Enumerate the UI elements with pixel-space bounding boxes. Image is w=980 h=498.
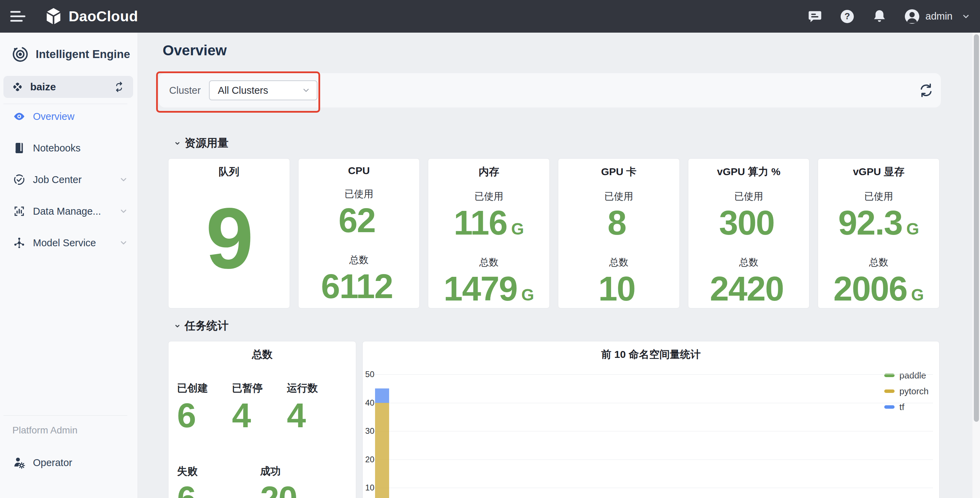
scrollbar-thumb[interactable]	[974, 34, 979, 422]
data-management-icon	[13, 205, 25, 217]
used-label: 已使用	[864, 190, 893, 203]
cluster-select[interactable]: All Clusters	[209, 80, 317, 100]
workspace-gem-icon	[12, 81, 23, 93]
used-label: 已使用	[734, 190, 763, 203]
unit: G	[906, 221, 919, 238]
resource-cards-row: 队列 9 CPU 已使用 62 总数 6112 内存 已使用 116G 总数 1…	[168, 158, 940, 308]
task-stat-paused: 已暂停 4	[232, 381, 287, 433]
daocloud-cube-icon	[44, 7, 63, 26]
resource-card-memory: 内存 已使用 116G 总数 1479G	[428, 158, 550, 308]
bar-segment-tf	[375, 388, 389, 402]
legend-item-paddle[interactable]: paddle	[884, 371, 929, 380]
used-value: 300	[719, 205, 779, 240]
workspace-switcher[interactable]: baize	[3, 76, 133, 98]
gridline	[374, 374, 933, 375]
username[interactable]: admin	[926, 11, 953, 22]
legend-item-tf[interactable]: tf	[884, 402, 929, 412]
card-title: GPU 卡	[601, 165, 636, 179]
legend-label: paddle	[899, 370, 926, 381]
page-title: Overview	[163, 42, 227, 59]
workspace-name: baize	[30, 81, 56, 93]
sidebar-item-notebooks[interactable]: Notebooks	[0, 132, 138, 164]
y-axis-tick-label: 40	[362, 398, 374, 408]
brand[interactable]: DaoCloud	[44, 7, 138, 26]
task-stat-created: 已创建 6	[177, 381, 232, 433]
y-axis-tick-label: 20	[362, 454, 374, 464]
section-title: 资源用量	[185, 136, 229, 151]
topbar-actions: ? admin	[790, 9, 970, 24]
sidebar-item-label: Model Service	[33, 237, 96, 249]
legend-swatch-icon	[884, 405, 894, 409]
gridline	[374, 488, 933, 488]
section-tasks-header[interactable]: 任务统计	[173, 318, 229, 334]
sidebar-item-overview[interactable]: Overview	[0, 101, 138, 132]
sidebar: Intelligent Engine baize Overview	[0, 33, 138, 498]
card-title: vGPU 算力 %	[717, 165, 781, 179]
operator-icon	[13, 456, 25, 469]
brand-name: DaoCloud	[68, 8, 138, 25]
used-value: 8	[608, 205, 630, 240]
notebook-icon	[13, 142, 25, 154]
refresh-icon[interactable]	[918, 82, 934, 98]
help-icon[interactable]: ?	[840, 9, 855, 24]
notification-bell-icon[interactable]	[872, 9, 887, 24]
used-value: 62	[338, 203, 379, 238]
queue-value: 9	[206, 179, 252, 308]
legend-label: tf	[899, 402, 904, 412]
sidebar-item-label: Overview	[33, 111, 75, 122]
task-stat-running: 运行数 4	[287, 381, 342, 433]
legend-swatch-icon	[884, 389, 894, 393]
product-header: Intelligent Engine	[12, 46, 138, 63]
gridline	[374, 403, 933, 403]
sidebar-item-label: Operator	[33, 457, 72, 468]
y-axis-tick-label: 30	[362, 426, 374, 436]
unit: G	[521, 287, 534, 303]
unit: G	[911, 287, 924, 303]
section-resources-header[interactable]: 资源用量	[173, 136, 229, 151]
chevron-down-icon[interactable]	[119, 175, 128, 184]
platform-admin-label: Platform Admin	[12, 425, 78, 436]
gridline	[374, 460, 933, 460]
used-value: 92.3G	[838, 205, 919, 240]
sidebar-item-data-management[interactable]: Data Manage...	[0, 195, 138, 227]
svg-text:?: ?	[845, 11, 850, 21]
sidebar-item-job-center[interactable]: Job Center	[0, 164, 138, 195]
job-center-icon	[13, 174, 25, 186]
avatar[interactable]	[904, 9, 920, 24]
resource-card-vgpu-memory: vGPU 显存 已使用 92.3G 总数 2006G	[818, 158, 940, 308]
workspace-swap-icon[interactable]	[113, 81, 125, 93]
unit: G	[511, 221, 524, 238]
legend-label: pytorch	[899, 386, 929, 397]
card-title: 内存	[479, 165, 499, 179]
total-label: 总数	[349, 254, 369, 267]
model-service-icon	[13, 237, 25, 249]
resource-card-queue: 队列 9	[168, 158, 290, 308]
sidebar-item-label: Notebooks	[33, 142, 81, 154]
hamburger-menu-icon[interactable]	[10, 10, 27, 23]
card-title: 总数	[169, 348, 356, 362]
user-menu-chevron-down-icon[interactable]	[961, 12, 970, 21]
scrollbar	[972, 33, 980, 498]
eye-icon	[13, 110, 25, 123]
collapse-chevron-icon[interactable]	[173, 322, 181, 330]
main-content: Overview Cluster All Clusters 资源用量 队列 9 …	[138, 33, 980, 498]
topbar: DaoCloud ? admin	[0, 0, 980, 33]
used-label: 已使用	[474, 190, 503, 203]
chevron-down-icon[interactable]	[119, 238, 128, 247]
collapse-chevron-icon[interactable]	[173, 139, 181, 147]
y-axis-tick-label: 10	[362, 482, 374, 493]
sidebar-item-label: Data Manage...	[33, 206, 101, 217]
cluster-toolbar: Cluster All Clusters	[159, 73, 941, 107]
sidebar-item-model-service[interactable]: Model Service	[0, 227, 138, 259]
message-icon[interactable]	[807, 9, 822, 24]
card-title: 队列	[219, 165, 239, 179]
resource-card-gpu: GPU 卡 已使用 8 总数 10	[558, 158, 680, 308]
select-chevron-down-icon	[302, 86, 310, 95]
legend-item-pytorch[interactable]: pytorch	[884, 387, 929, 396]
chevron-down-icon[interactable]	[119, 207, 128, 215]
total-label: 总数	[739, 256, 758, 269]
total-value: 1479G	[444, 271, 534, 306]
sidebar-item-label: Job Center	[33, 174, 82, 185]
sidebar-item-operator[interactable]: Operator	[0, 447, 138, 479]
total-label: 总数	[609, 256, 628, 269]
